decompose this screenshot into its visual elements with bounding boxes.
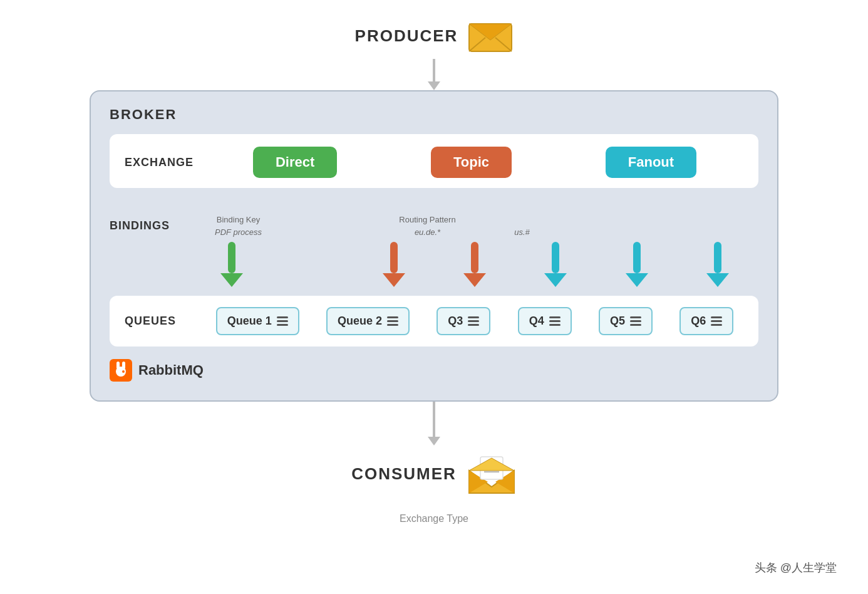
- rabbitmq-logo-icon: [110, 359, 132, 382]
- producer-envelope-icon: [468, 19, 513, 53]
- us-hash-label: us.#: [514, 227, 530, 237]
- producer-to-broker-arrow: [428, 59, 440, 90]
- arrow-fanout-q5: [596, 242, 677, 287]
- bindings-label: BINDINGS: [110, 194, 191, 232]
- svg-point-8: [122, 370, 125, 373]
- rabbitmq-label: RabbitMQ: [138, 362, 204, 378]
- watermark: 头条 @人生学堂: [755, 560, 837, 575]
- exchange-btn-fanout: Fanout: [606, 147, 696, 178]
- queue-item-q1-label: Queue 1: [227, 315, 272, 328]
- arrow-topic-q3: [434, 242, 515, 287]
- arrow-fanout-q6: [678, 242, 758, 287]
- exchange-btn-topic: Topic: [431, 147, 512, 178]
- queue-item-q3: Q3: [437, 307, 490, 335]
- consumer-label: CONSUMER: [351, 464, 457, 484]
- exchange-row: EXCHANGE Direct Topic Fanout: [125, 147, 743, 178]
- queue-lines-icon-3: [468, 316, 479, 326]
- rabbitmq-row: RabbitMQ: [110, 359, 758, 382]
- queue-item-q6-label: Q6: [691, 315, 706, 328]
- consumer-envelope-icon: [467, 452, 517, 496]
- queue-lines-icon-5: [630, 316, 641, 326]
- broker-title: BROKER: [110, 107, 758, 123]
- queue-item-q4: Q4: [518, 307, 572, 335]
- eu-de-label: eu.de.*: [415, 227, 440, 237]
- queues-section: QUEUES Queue 1 Queue 2 Q3: [110, 296, 758, 346]
- broker-to-consumer-arrow: [428, 402, 440, 446]
- producer-label: PRODUCER: [355, 26, 458, 46]
- queue-item-q2: Queue 2: [326, 307, 410, 335]
- exchange-box: EXCHANGE Direct Topic Fanout: [110, 134, 758, 188]
- exchange-btn-direct: Direct: [253, 147, 337, 178]
- exchange-buttons: Direct Topic Fanout: [206, 147, 743, 178]
- queue-lines-icon: [277, 316, 288, 326]
- broker-box: BROKER EXCHANGE Direct Topic Fanout BIND…: [90, 90, 778, 402]
- queue-lines-icon-6: [711, 316, 722, 326]
- arrow-fanout-q4: [515, 242, 596, 287]
- binding-key-label: Binding Key: [217, 215, 260, 224]
- svg-marker-16: [469, 458, 514, 471]
- svg-rect-6: [116, 362, 120, 369]
- queue-item-q4-label: Q4: [529, 315, 544, 328]
- consumer-section: CONSUMER: [351, 452, 517, 496]
- pdf-process-label: PDF process: [215, 227, 262, 237]
- queue-item-q2-label: Queue 2: [338, 315, 382, 328]
- arrow-topic-q2: [353, 242, 434, 287]
- queue-item-q5-label: Q5: [610, 315, 625, 328]
- queue-item-q1: Queue 1: [216, 307, 299, 335]
- diagram-wrapper: PRODUCER BROKER EXCHANGE Direct Topic Fa…: [90, 19, 778, 524]
- queue-item-q6: Q6: [679, 307, 733, 335]
- arrow-direct-q1: [191, 242, 272, 287]
- queue-item-q3-label: Q3: [448, 315, 463, 328]
- queue-item-q5: Q5: [599, 307, 653, 335]
- routing-pattern-label: Routing Pattern: [399, 215, 455, 224]
- exchange-label: EXCHANGE: [125, 156, 206, 169]
- queues-list: Queue 1 Queue 2 Q3: [206, 307, 743, 335]
- queue-lines-icon-2: [387, 316, 398, 326]
- producer-section: PRODUCER: [355, 19, 514, 53]
- queue-lines-icon-4: [549, 316, 561, 326]
- bindings-section: BINDINGS Binding Key Routing Pattern: [110, 194, 758, 289]
- caption: Exchange Type: [400, 513, 468, 524]
- svg-rect-7: [122, 362, 125, 369]
- queues-label: QUEUES: [125, 315, 206, 328]
